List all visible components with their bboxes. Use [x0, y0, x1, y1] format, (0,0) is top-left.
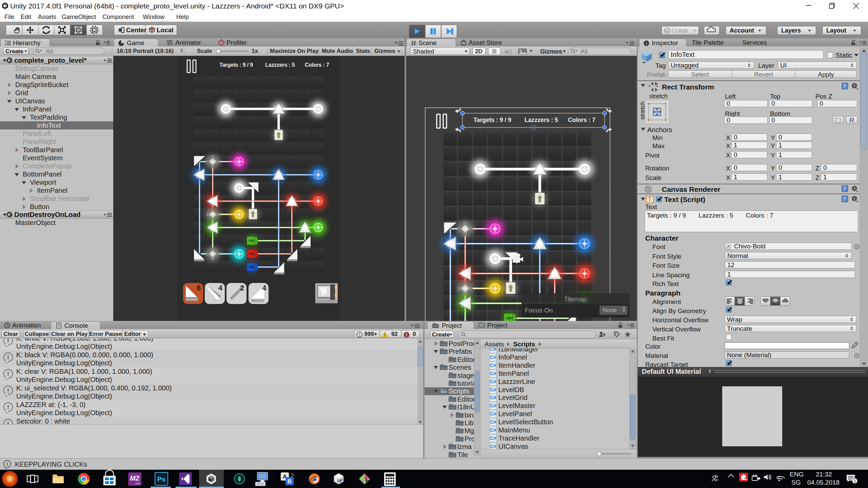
svg-text:Colors : 7: Colors : 7 — [568, 117, 595, 123]
svg-text:C#: C# — [490, 443, 496, 449]
svg-text:Account: Account — [730, 27, 754, 34]
svg-text:C#: C# — [490, 394, 496, 400]
svg-text:C#: C# — [490, 419, 496, 425]
svg-text:!: ! — [7, 404, 9, 411]
svg-text:!: ! — [384, 333, 386, 338]
svg-text:Lazzzers : 5: Lazzzers : 5 — [265, 62, 295, 68]
svg-text:A: A — [727, 244, 730, 249]
svg-text:Colors : 7: Colors : 7 — [305, 62, 329, 68]
svg-text:C#: C# — [490, 354, 496, 360]
svg-text:Collab: Collab — [672, 27, 688, 34]
svg-text:?: ? — [843, 196, 846, 202]
svg-text:Lazzzers : 5: Lazzzers : 5 — [525, 117, 558, 123]
svg-text:C#: C# — [490, 362, 496, 368]
svg-text:C#: C# — [490, 427, 496, 433]
svg-text:C#: C# — [490, 387, 496, 392]
svg-text:?: ? — [843, 186, 846, 191]
svg-text:4: 4 — [262, 284, 267, 292]
svg-text:SG: SG — [791, 479, 801, 486]
svg-text:C#: C# — [490, 348, 496, 352]
svg-text:B: B — [288, 478, 292, 485]
svg-text:!: ! — [7, 339, 9, 344]
svg-text:04.05.2018: 04.05.2018 — [807, 479, 840, 486]
svg-text:Layers: Layers — [781, 27, 801, 34]
svg-text:sys: sys — [135, 482, 140, 485]
svg-text:!: ! — [7, 354, 9, 361]
svg-text:C#: C# — [490, 379, 496, 384]
svg-text:!: ! — [406, 332, 407, 338]
svg-text:C#: C# — [490, 370, 496, 376]
svg-text:?: ? — [843, 83, 846, 89]
svg-text:21:32: 21:32 — [816, 471, 832, 478]
svg-text:ENG: ENG — [790, 471, 804, 478]
svg-text:!: ! — [6, 461, 8, 467]
svg-text:Tilemap: Tilemap — [564, 296, 587, 303]
svg-text:C#: C# — [490, 403, 496, 408]
svg-text:!: ! — [359, 332, 360, 337]
svg-text:!: ! — [7, 370, 9, 378]
svg-text:M2: M2 — [130, 474, 139, 482]
svg-text:6: 6 — [197, 284, 201, 292]
svg-text:4: 4 — [218, 284, 223, 292]
svg-text:Center: Center — [126, 26, 147, 34]
svg-text:Layout: Layout — [826, 27, 846, 34]
svg-text:λ: λ — [337, 478, 339, 483]
svg-text:C#: C# — [490, 435, 496, 441]
svg-text:Local: Local — [157, 26, 174, 34]
svg-text:None: None — [603, 307, 617, 313]
svg-text:!: ! — [7, 420, 9, 424]
svg-text:2: 2 — [240, 284, 244, 292]
svg-text:1: 1 — [853, 479, 856, 484]
svg-text:Targets : 9 / 9: Targets : 9 / 9 — [219, 62, 253, 68]
svg-text:Ps: Ps — [157, 475, 165, 483]
svg-text:Targets : 9 / 9: Targets : 9 / 9 — [473, 117, 511, 123]
svg-text:Focus On: Focus On — [525, 307, 553, 314]
svg-text:!: ! — [7, 387, 9, 394]
svg-text:C#: C# — [490, 411, 496, 416]
